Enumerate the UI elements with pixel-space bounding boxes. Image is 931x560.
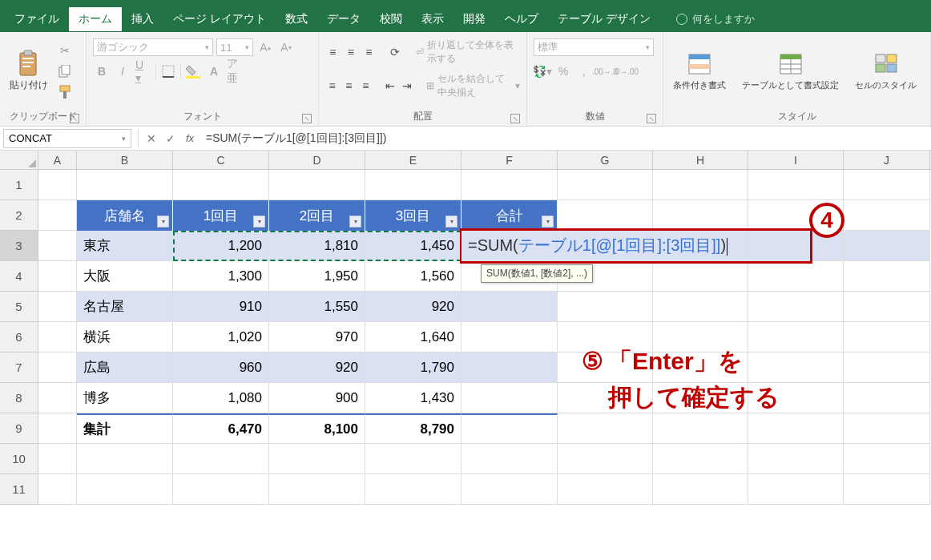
font-size-combo[interactable]: 11▾ bbox=[216, 38, 253, 56]
table-cell[interactable]: 1,430 bbox=[365, 383, 461, 413]
tab-insert[interactable]: 挿入 bbox=[122, 7, 163, 31]
table-cell[interactable]: 1,950 bbox=[269, 261, 365, 292]
row-header-8[interactable]: 8 bbox=[0, 383, 38, 413]
shrink-font-button[interactable]: A▾ bbox=[277, 38, 295, 56]
table-total[interactable]: 6,470 bbox=[173, 413, 269, 444]
clipboard-launcher[interactable]: ⤡ bbox=[70, 114, 79, 123]
paste-button[interactable]: 貼り付け bbox=[6, 47, 51, 95]
merge-center-button[interactable]: ⊞セルを結合して中央揃え ▾ bbox=[426, 72, 520, 99]
row-header-10[interactable]: 10 bbox=[0, 444, 38, 474]
row-header-11[interactable]: 11 bbox=[0, 474, 38, 505]
table-cell[interactable]: 大阪 bbox=[77, 261, 173, 292]
phonetic-button[interactable]: ア亜 bbox=[226, 62, 244, 80]
insert-function-button[interactable]: fx bbox=[180, 129, 200, 148]
comma-button[interactable]: , bbox=[575, 62, 593, 80]
col-header-E[interactable]: E bbox=[365, 151, 461, 169]
row-header-6[interactable]: 6 bbox=[0, 322, 38, 353]
table-cell[interactable]: 1,640 bbox=[365, 322, 461, 353]
col-header-B[interactable]: B bbox=[77, 151, 173, 169]
table-header-total[interactable]: 合計▾ bbox=[461, 200, 558, 231]
tab-review[interactable]: 校閲 bbox=[370, 7, 412, 31]
tab-pagelayout[interactable]: ページ レイアウト bbox=[163, 7, 276, 31]
select-all-corner[interactable] bbox=[0, 151, 38, 169]
formula-input[interactable]: =SUM(テーブル1[@[1回目]:[3回目]]) bbox=[200, 131, 931, 146]
indent-increase-button[interactable]: ⇥ bbox=[401, 77, 414, 95]
col-header-H[interactable]: H bbox=[653, 151, 748, 169]
fill-color-button[interactable] bbox=[184, 62, 202, 80]
font-color-button[interactable]: A bbox=[205, 62, 223, 80]
bold-button[interactable]: B bbox=[93, 62, 111, 80]
filter-icon[interactable]: ▾ bbox=[157, 216, 169, 228]
align-right-button[interactable]: ≡ bbox=[359, 77, 373, 95]
col-header-I[interactable]: I bbox=[748, 151, 844, 169]
border-button[interactable] bbox=[159, 62, 177, 80]
align-bottom-button[interactable]: ≡ bbox=[361, 43, 376, 61]
row-header-2[interactable]: 2 bbox=[0, 200, 38, 231]
row-header-9[interactable]: 9 bbox=[0, 413, 38, 444]
copy-button[interactable] bbox=[56, 62, 74, 80]
row-header-7[interactable]: 7 bbox=[0, 353, 38, 383]
worksheet[interactable]: A B C D E F G H I J 1 2 店舗名▾ 1回目▾ 2回目▾ 3… bbox=[0, 151, 931, 505]
tab-file[interactable]: ファイル bbox=[5, 7, 69, 31]
table-cell[interactable]: 横浜 bbox=[77, 322, 173, 353]
table-cell[interactable]: 920 bbox=[365, 292, 461, 322]
table-cell[interactable]: 1,080 bbox=[173, 383, 269, 413]
table-total[interactable]: 8,790 bbox=[365, 413, 461, 444]
name-box[interactable]: CONCAT▾ bbox=[3, 129, 131, 148]
table-total[interactable]: 8,100 bbox=[269, 413, 365, 444]
col-header-A[interactable]: A bbox=[38, 151, 77, 169]
row-header-5[interactable]: 5 bbox=[0, 292, 38, 322]
col-header-D[interactable]: D bbox=[269, 151, 365, 169]
tab-developer[interactable]: 開発 bbox=[453, 7, 495, 31]
table-cell[interactable]: 1,200 bbox=[173, 231, 269, 261]
align-top-button[interactable]: ≡ bbox=[325, 43, 340, 61]
decrease-decimal-button[interactable]: .0→.00 bbox=[617, 62, 635, 80]
align-center-button[interactable]: ≡ bbox=[342, 77, 356, 95]
table-header-store[interactable]: 店舗名▾ bbox=[77, 200, 173, 231]
col-header-F[interactable]: F bbox=[461, 151, 558, 169]
table-cell[interactable]: 広島 bbox=[77, 353, 173, 383]
tab-help[interactable]: ヘルプ bbox=[495, 7, 548, 31]
format-as-table-button[interactable]: テーブルとして書式設定 bbox=[739, 48, 842, 95]
tab-data[interactable]: データ bbox=[317, 7, 370, 31]
table-header-1[interactable]: 1回目▾ bbox=[173, 200, 269, 231]
active-cell[interactable]: =SUM(テーブル1[@[1回目]:[3回目]]) bbox=[461, 231, 558, 261]
align-launcher[interactable]: ⤡ bbox=[510, 114, 520, 123]
table-cell[interactable]: 1,560 bbox=[365, 261, 461, 292]
col-header-J[interactable]: J bbox=[844, 151, 930, 169]
number-format-combo[interactable]: 標準▾ bbox=[534, 38, 654, 56]
wrap-text-button[interactable]: ⏎折り返して全体を表示する bbox=[416, 38, 520, 66]
indent-decrease-button[interactable]: ⇤ bbox=[384, 77, 397, 95]
table-cell[interactable]: 900 bbox=[269, 383, 365, 413]
table-cell[interactable]: 名古屋 bbox=[77, 292, 173, 322]
italic-button[interactable]: I bbox=[114, 62, 131, 80]
table-cell[interactable]: 1,550 bbox=[269, 292, 365, 322]
table-cell[interactable]: 910 bbox=[173, 292, 269, 322]
number-launcher[interactable]: ⤡ bbox=[647, 114, 656, 123]
filter-icon[interactable]: ▾ bbox=[542, 216, 554, 228]
format-painter-button[interactable] bbox=[56, 83, 74, 101]
tab-view[interactable]: 表示 bbox=[412, 7, 453, 31]
table-cell[interactable]: 1,450 bbox=[365, 231, 461, 261]
cell-styles-button[interactable]: セルのスタイル bbox=[852, 48, 920, 95]
table-cell[interactable]: 博多 bbox=[77, 383, 173, 413]
table-cell[interactable]: 1,810 bbox=[269, 231, 365, 261]
font-family-combo[interactable]: 游ゴシック▾ bbox=[93, 38, 213, 56]
table-total-label[interactable]: 集計 bbox=[77, 413, 173, 444]
row-header-3[interactable]: 3 bbox=[0, 231, 38, 261]
tab-formulas[interactable]: 数式 bbox=[276, 7, 317, 31]
cut-button[interactable]: ✂ bbox=[56, 42, 74, 59]
table-header-2[interactable]: 2回目▾ bbox=[269, 200, 365, 231]
row-header-1[interactable]: 1 bbox=[0, 170, 38, 200]
table-cell[interactable]: 970 bbox=[269, 322, 365, 353]
increase-decimal-button[interactable]: .00→.0 bbox=[596, 62, 614, 80]
conditional-formatting-button[interactable]: 条件付き書式 bbox=[670, 48, 729, 95]
filter-icon[interactable]: ▾ bbox=[445, 216, 457, 228]
tell-me[interactable]: 何をしますか bbox=[676, 12, 755, 26]
align-middle-button[interactable]: ≡ bbox=[343, 43, 357, 61]
cancel-formula-button[interactable]: ✕ bbox=[142, 129, 161, 148]
table-cell[interactable]: 920 bbox=[269, 353, 365, 383]
table-header-3[interactable]: 3回目▾ bbox=[365, 200, 461, 231]
row-header-4[interactable]: 4 bbox=[0, 261, 38, 292]
table-cell[interactable]: 1,790 bbox=[365, 353, 461, 383]
